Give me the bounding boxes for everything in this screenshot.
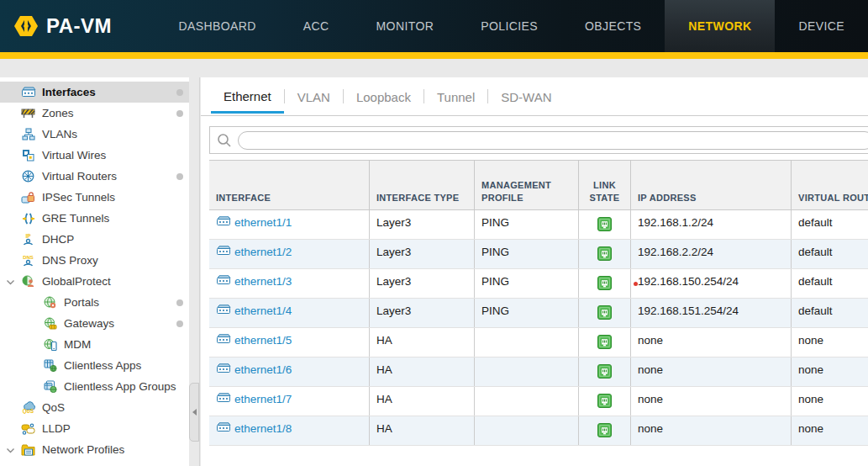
ip-address-value: none: [638, 422, 663, 435]
interface-link[interactable]: ethernet1/2: [216, 246, 292, 258]
column-header-interface[interactable]: INTERFACE: [209, 161, 370, 209]
ethernet-interface-icon: [216, 304, 231, 317]
sidebar-item-label: Virtual Routers: [42, 170, 117, 183]
ethernet-interface-icon: [216, 216, 231, 229]
sidebar-item-lldp[interactable]: LLDP: [0, 418, 189, 439]
sidebar-item-portals[interactable]: Portals: [0, 292, 189, 313]
sidebar-item-label: Clientless App Groups: [64, 380, 176, 393]
interface-link[interactable]: ethernet1/1: [216, 216, 292, 229]
link-state-cell: [579, 387, 631, 416]
ethernet-interface-icon: [216, 246, 231, 258]
sidebar-collapse-handle[interactable]: [189, 383, 199, 442]
ip-address-value: none: [638, 393, 663, 405]
interface-cell: ethernet1/7: [209, 387, 370, 416]
table-row: ethernet1/6HAnonenone: [209, 357, 868, 387]
chevron-down-icon[interactable]: [6, 277, 16, 287]
interfaces-icon: [20, 86, 36, 99]
sidebar-item-label: Gateways: [64, 317, 114, 330]
table-row: ethernet1/2Layer3PING192.168.2.2/24defau…: [209, 240, 868, 269]
table-row: ethernet1/5HAnonenone: [209, 328, 868, 357]
management-profile-cell: [475, 357, 579, 386]
link-up-icon: [597, 246, 612, 268]
sidebar-item-mdm[interactable]: MDM: [0, 334, 189, 355]
table-row: ethernet1/4Layer3PING192.168.151.254/24d…: [209, 299, 868, 328]
nav-item-dashboard[interactable]: DASHBOARD: [155, 0, 279, 52]
network-sidebar: InterfacesZonesVLANsVirtual WiresVirtual…: [0, 77, 189, 466]
sidebar-item-zones[interactable]: Zones: [0, 103, 189, 124]
table-header-row: INTERFACEINTERFACE TYPEMANAGEMENT PROFIL…: [209, 160, 868, 210]
nav-item-acc[interactable]: ACC: [280, 0, 353, 52]
nav-item-network[interactable]: NETWORK: [665, 0, 775, 52]
column-header-link-state[interactable]: LINK STATE: [579, 161, 631, 209]
ip-address-value: none: [638, 334, 663, 347]
interface-link[interactable]: ethernet1/5: [216, 334, 292, 347]
tab-sd-wan[interactable]: SD-WAN: [488, 81, 564, 112]
sidebar-item-qos[interactable]: QoSQoS: [0, 397, 189, 418]
sidebar-item-dns-proxy[interactable]: DNSDNS Proxy: [0, 250, 189, 271]
interface-link[interactable]: ethernet1/7: [216, 393, 292, 405]
brand: PA-VM: [0, 13, 145, 39]
item-status-dot: [176, 299, 183, 306]
column-header-ip-address[interactable]: IP ADDRESS: [631, 161, 792, 209]
sidebar-item-network-profiles[interactable]: Network Profiles: [0, 439, 189, 460]
search-icon[interactable]: [217, 133, 232, 148]
interface-type-cell: HA: [370, 357, 475, 386]
interface-type-cell: Layer3: [370, 240, 475, 268]
tab-tunnel[interactable]: Tunnel: [424, 81, 487, 112]
ipsec-tunnels-icon: [20, 191, 36, 204]
virtual-router-cell: default: [792, 269, 868, 298]
nav-item-objects[interactable]: OBJECTS: [561, 0, 665, 52]
column-header-management-profile[interactable]: MANAGEMENT PROFILE: [475, 161, 579, 209]
column-header-virtual-router[interactable]: VIRTUAL ROUTER: [792, 161, 868, 209]
nav-item-device[interactable]: DEVICE: [775, 0, 868, 52]
ip-address-cell: 192.168.2.2/24: [631, 240, 792, 268]
interface-link[interactable]: ethernet1/8: [216, 422, 292, 435]
sidebar-item-gateways[interactable]: Gateways: [0, 313, 189, 334]
sidebar-item-ipsec-tunnels[interactable]: IPSec Tunnels: [0, 187, 189, 208]
management-profile-cell: PING: [475, 299, 579, 327]
tab-loopback[interactable]: Loopback: [344, 81, 423, 112]
sidebar-item-virtual-wires[interactable]: Virtual Wires: [0, 145, 189, 166]
filter-input[interactable]: [238, 131, 868, 150]
sidebar-item-label: Interfaces: [42, 86, 96, 98]
interface-name: ethernet1/2: [234, 246, 292, 258]
ip-address-value: 192.168.2.2/24: [638, 246, 713, 258]
interface-type-cell: HA: [370, 328, 475, 357]
column-header-interface-type[interactable]: INTERFACE TYPE: [370, 161, 475, 209]
dns-proxy-icon: DNS: [20, 254, 36, 267]
item-status-dot: [176, 173, 183, 180]
sidebar-item-label: Zones: [42, 107, 74, 119]
virtual-routers-icon: [20, 170, 36, 183]
interface-link[interactable]: ethernet1/3: [216, 275, 292, 288]
sidebar-item-label: DNS Proxy: [42, 254, 98, 267]
sidebar-item-globalprotect[interactable]: GlobalProtect: [0, 271, 189, 292]
tab-ethernet[interactable]: Ethernet: [211, 80, 284, 114]
nav-item-monitor[interactable]: MONITOR: [353, 0, 458, 52]
sidebar-item-vlans[interactable]: VLANs: [0, 124, 189, 145]
ip-address-cell: none: [631, 416, 792, 445]
ethernet-interface-icon: [216, 422, 231, 435]
sidebar-item-virtual-routers[interactable]: Virtual Routers: [0, 166, 189, 187]
sidebar-item-clientless-apps[interactable]: Clientless Apps: [0, 355, 189, 376]
tab-vlan[interactable]: VLAN: [285, 81, 343, 112]
nav-item-policies[interactable]: POLICIES: [457, 0, 561, 52]
interface-link[interactable]: ethernet1/4: [216, 304, 292, 317]
ip-address-cell: 192.168.151.254/24: [631, 299, 792, 327]
modified-indicator-dot: [634, 282, 638, 286]
interface-link[interactable]: ethernet1/6: [216, 363, 292, 376]
virtual-router-cell: none: [792, 416, 868, 445]
clientless-app-groups-icon: [42, 380, 58, 394]
interface-name: ethernet1/7: [234, 393, 292, 405]
management-profile-cell: [475, 328, 579, 357]
ip-address-cell: 192.168.150.254/24: [631, 269, 792, 298]
zones-icon: [20, 107, 36, 120]
sidebar-item-dhcp[interactable]: IPDHCP: [0, 229, 189, 250]
sidebar-item-gre-tunnels[interactable]: GRE Tunnels: [0, 208, 189, 229]
ip-address-cell: 192.168.1.2/24: [631, 210, 792, 239]
sidebar-item-clientless-app-groups[interactable]: Clientless App Groups: [0, 376, 189, 397]
sidebar-item-interfaces[interactable]: Interfaces: [0, 82, 189, 103]
chevron-down-icon[interactable]: [6, 445, 16, 455]
item-status-dot: [176, 110, 183, 117]
link-state-cell: [579, 328, 631, 357]
ip-address-value: none: [638, 363, 663, 376]
